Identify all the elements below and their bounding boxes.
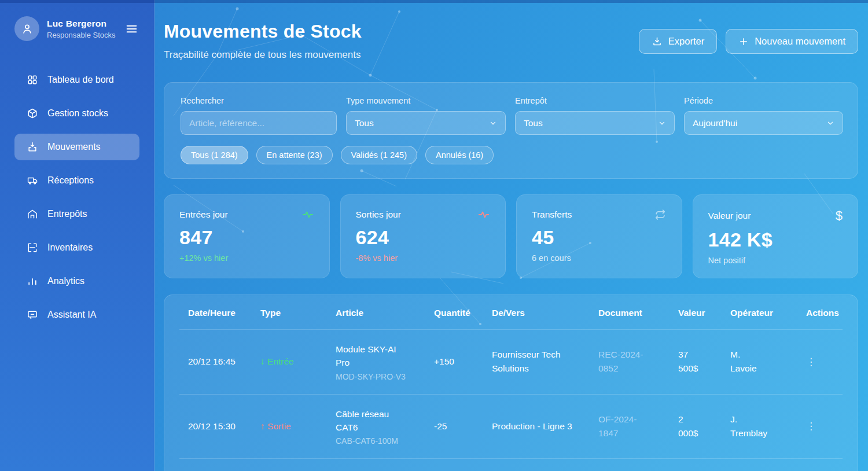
sidebar-item-analytics[interactable]: Analytics [14, 268, 139, 295]
search-input[interactable] [181, 111, 337, 135]
cell-type: ↑ Sortie [252, 421, 327, 432]
search-label: Rechercher [181, 96, 337, 105]
type-label: Type mouvement [346, 96, 506, 105]
sidebar-item-label: Réceptions [47, 175, 94, 186]
stat-cards: Entrées jour 847 +12% vs hier Sorties jo… [164, 194, 858, 278]
stat-card-transfers: Transferts 45 6 en cours [516, 194, 682, 278]
user-role: Responsable Stocks [47, 31, 116, 39]
movements-table: Date/Heure Type Article Quantité De/Vers… [164, 295, 858, 471]
cell-article: Câble réseau CAT6 CAB-CAT6-100M [327, 407, 425, 446]
movements-icon [26, 141, 39, 153]
row-actions-menu[interactable]: ⋮ [790, 420, 843, 432]
arrow-up-icon: ↑ [260, 421, 265, 431]
type-filter: Type mouvement Tous [346, 96, 506, 135]
chip-cancelled[interactable]: Annulés (16) [425, 146, 494, 164]
stat-value: 45 [532, 226, 667, 249]
article-name: Câble réseau CAT6 [336, 407, 402, 435]
page-header: Mouvements de Stock Traçabilité complète… [164, 21, 858, 61]
stat-value: 847 [179, 226, 314, 249]
chip-all[interactable]: Tous (1 284) [181, 146, 248, 164]
period-select[interactable]: Aujourd'hui [684, 111, 843, 135]
sidebar-item-label: Mouvements [47, 142, 101, 152]
article-sku: CAB-CAT6-100M [336, 436, 402, 446]
stat-sub: -8% vs hier [356, 253, 491, 263]
sidebar-item-movements[interactable]: Mouvements [14, 134, 139, 160]
bar-chart-icon [26, 275, 39, 287]
sidebar-item-label: Entrepôts [47, 209, 87, 219]
sidebar-item-label: Assistant IA [47, 310, 96, 320]
top-strip [0, 0, 868, 3]
activity-icon [477, 208, 490, 221]
stat-label: Sorties jour [356, 209, 401, 220]
cell-value: 37 500$ [670, 348, 722, 376]
sidebar-item-inventories[interactable]: Inventaires [14, 234, 139, 261]
sidebar: Luc Bergeron Responsable Stocks Tableau … [0, 0, 155, 471]
table-row[interactable]: 20/12 15:30 ↑ Sortie Câble réseau CAT6 C… [179, 394, 843, 459]
chip-validated[interactable]: Validés (1 245) [341, 146, 417, 164]
table-header: Date/Heure Type Article Quantité De/Vers… [179, 295, 843, 329]
search-filter: Rechercher [181, 96, 337, 135]
type-select[interactable]: Tous [346, 111, 506, 135]
cell-from-to: Production - Ligne 3 [483, 420, 590, 433]
sidebar-item-label: Analytics [47, 276, 84, 286]
cell-from-to: Fournisseur Tech Solutions [483, 348, 590, 376]
warehouse-select-value: Tous [524, 118, 543, 128]
sidebar-item-label: Gestion stocks [47, 108, 108, 119]
cell-document[interactable]: REC-2024-0852 [590, 348, 670, 376]
col-document: Document [590, 308, 670, 318]
avatar[interactable] [14, 16, 39, 41]
col-type: Type [252, 308, 327, 318]
sidebar-item-warehouses[interactable]: Entrepôts [14, 201, 139, 227]
col-from-to: De/Vers [483, 308, 590, 318]
status-chips: Tous (1 284) En attente (23) Validés (1 … [181, 146, 841, 164]
col-actions: Actions [790, 308, 851, 318]
download-icon [652, 36, 663, 47]
table-row-partial [179, 458, 843, 471]
cell-value: 2 000$ [670, 413, 722, 440]
period-filter: Période Aujourd'hui [684, 96, 843, 135]
row-actions-menu[interactable]: ⋮ [790, 356, 843, 368]
warehouse-label: Entrepôt [515, 96, 675, 105]
cell-operator: M. Lavoie [722, 348, 790, 376]
page-subtitle: Traçabilité complète de tous les mouveme… [164, 49, 362, 61]
sidebar-item-stock[interactable]: Gestion stocks [14, 100, 139, 127]
stat-sub: 6 en cours [532, 253, 667, 263]
export-label: Exporter [668, 36, 704, 47]
dollar-icon: $ [836, 208, 843, 223]
cell-qty: -25 [425, 421, 483, 432]
user-name: Luc Bergeron [47, 19, 116, 29]
sidebar-item-label: Inventaires [47, 242, 93, 253]
activity-icon [301, 208, 314, 221]
chat-icon [26, 309, 39, 321]
stat-card-value: Valeur jour $ 142 K$ Net positif [693, 194, 859, 278]
menu-icon[interactable] [124, 22, 139, 36]
chip-pending[interactable]: En attente (23) [256, 146, 333, 164]
cell-qty: +150 [425, 356, 483, 367]
cell-article: Module SKY-AI Pro MOD-SKY-PRO-V3 [327, 343, 425, 381]
article-sku: MOD-SKY-PRO-V3 [336, 372, 402, 381]
sidebar-item-dashboard[interactable]: Tableau de bord [14, 67, 139, 93]
plus-icon [738, 36, 749, 47]
new-movement-button[interactable]: Nouveau mouvement [726, 29, 858, 54]
warehouse-select[interactable]: Tous [515, 111, 675, 135]
warehouse-filter: Entrepôt Tous [515, 96, 675, 135]
export-button[interactable]: Exporter [639, 29, 717, 54]
type-select-value: Tous [355, 118, 374, 128]
new-movement-label: Nouveau mouvement [755, 36, 845, 47]
sidebar-item-assistant[interactable]: Assistant IA [14, 301, 139, 328]
cell-document[interactable]: OF-2024-1847 [590, 413, 670, 440]
chevron-down-icon [489, 119, 497, 127]
type-label: Sortie [267, 421, 291, 431]
stat-sub: +12% vs hier [179, 253, 314, 263]
stat-value: 142 K$ [708, 229, 843, 251]
sidebar-item-receptions[interactable]: Réceptions [14, 167, 139, 194]
table-row[interactable]: 20/12 16:45 ↓ Entrée Module SKY-AI Pro M… [179, 329, 843, 394]
stat-value: 624 [356, 226, 491, 249]
col-datetime: Date/Heure [179, 308, 252, 318]
chevron-down-icon [658, 119, 666, 127]
truck-icon [26, 175, 39, 186]
cube-icon [26, 108, 39, 119]
stat-sub: Net positif [708, 256, 843, 265]
warehouse-icon [26, 208, 39, 220]
main-content: Mouvements de Stock Traçabilité complète… [155, 0, 868, 471]
